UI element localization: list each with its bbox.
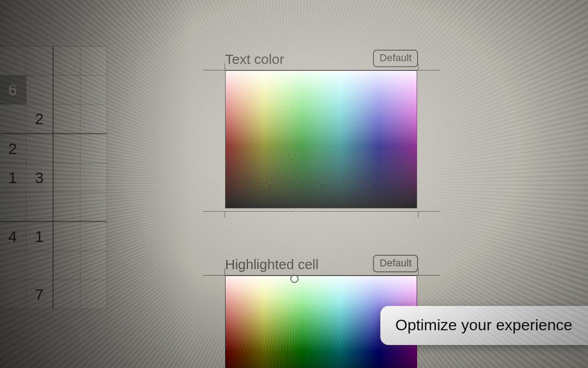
board-cell bbox=[53, 163, 80, 192]
board-cell: 2 bbox=[26, 104, 53, 134]
board-cell bbox=[53, 75, 80, 104]
board-cell bbox=[26, 192, 53, 222]
color-cursor-icon[interactable] bbox=[290, 275, 299, 283]
board-cell bbox=[53, 222, 80, 251]
board-cell bbox=[0, 280, 26, 309]
board-cell bbox=[80, 46, 107, 75]
board-cell bbox=[53, 280, 80, 309]
promo-text: Optimize your experience bbox=[395, 316, 572, 334]
board-cell: 1 bbox=[26, 222, 53, 251]
board-cell bbox=[26, 75, 53, 104]
board-cell bbox=[26, 46, 53, 75]
board-cell bbox=[80, 75, 107, 104]
board-cell bbox=[26, 251, 53, 280]
board-cell bbox=[80, 222, 107, 251]
board-cell: 3 bbox=[26, 163, 53, 192]
board-cell: 4 bbox=[0, 222, 26, 251]
sudoku-board-preview: 5762291324167 bbox=[0, 46, 156, 309]
board-cell bbox=[0, 251, 26, 280]
board-cell bbox=[80, 280, 107, 309]
board-cell bbox=[53, 46, 80, 75]
highlighted-cell-default-button[interactable]: Default bbox=[373, 255, 418, 272]
board-cell: 1 bbox=[0, 163, 26, 192]
board-cell bbox=[26, 134, 53, 163]
board-cell bbox=[80, 134, 107, 163]
text-color-setting: Text color Default bbox=[225, 50, 418, 212]
board-cell bbox=[80, 251, 107, 280]
board-cell bbox=[80, 163, 107, 192]
board-cell bbox=[80, 192, 107, 222]
text-color-label: Text color bbox=[225, 52, 284, 67]
highlighted-cell-label: Highlighted cell bbox=[225, 257, 318, 272]
text-color-default-button[interactable]: Default bbox=[373, 50, 418, 67]
board-cell bbox=[53, 104, 80, 134]
text-color-picker[interactable] bbox=[225, 70, 417, 208]
board-cell bbox=[53, 251, 80, 280]
board-cell bbox=[0, 104, 26, 134]
board-cell bbox=[0, 192, 26, 222]
board-cell bbox=[80, 104, 107, 134]
promo-tooltip: Optimize your experience bbox=[380, 306, 588, 345]
board-cell bbox=[53, 134, 80, 163]
board-cell: 7 bbox=[26, 280, 53, 309]
board-cell bbox=[0, 46, 26, 75]
board-cell: 6 bbox=[0, 75, 26, 104]
board-cell bbox=[53, 192, 80, 222]
board-cell: 2 bbox=[0, 134, 26, 163]
